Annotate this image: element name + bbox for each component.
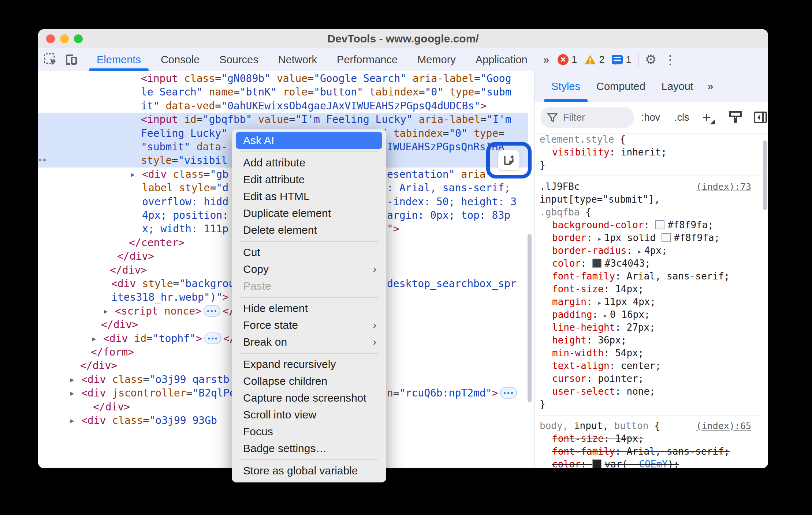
- css-selector-row[interactable]: }: [534, 159, 762, 172]
- menu-item-badge-settings[interactable]: Badge settings…: [236, 440, 382, 457]
- title-bar[interactable]: DevTools - www.google.com/: [38, 29, 768, 49]
- css-property-row[interactable]: visibility: inherit;: [534, 146, 762, 159]
- expand-shorthand-icon[interactable]: ▶: [638, 245, 641, 258]
- menu-item-hide-element[interactable]: Hide element: [236, 300, 382, 317]
- css-property-row[interactable]: background-color: #f8f9fa;: [534, 219, 762, 232]
- code-line[interactable]: it" data-ved="0ahUKEwixsOb4gaeJAxVIWUEAH…: [38, 99, 528, 113]
- more-tabs-icon[interactable]: »: [537, 53, 554, 66]
- disclosure-arrow-icon[interactable]: ▶: [70, 414, 74, 428]
- css-property-row[interactable]: font-family: Arial, sans-serif;: [534, 270, 762, 283]
- stylesheet-source-link[interactable]: (index):73: [696, 180, 751, 193]
- styles-vertical-scrollbar[interactable]: [763, 140, 767, 210]
- tab-network[interactable]: Network: [268, 48, 327, 71]
- tab-sources[interactable]: Sources: [209, 48, 268, 71]
- styles-filter[interactable]: [540, 107, 634, 128]
- css-property-row[interactable]: cursor: pointer;: [534, 372, 762, 385]
- css-property-row[interactable]: border-radius: ▶4px;: [534, 244, 762, 257]
- css-property-row[interactable]: padding: ▶0 16px;: [534, 308, 762, 321]
- css-selector-row[interactable]: element.style {: [534, 133, 762, 146]
- css-property-row[interactable]: margin: ▶11px 4px;: [534, 296, 762, 308]
- ai-assistance-adorner-ring[interactable]: [486, 142, 532, 178]
- ellipsis-expand-pill-icon[interactable]: [500, 387, 517, 399]
- menu-item-scroll-into-view[interactable]: Scroll into view: [236, 406, 382, 423]
- expand-shorthand-icon[interactable]: ▶: [598, 233, 601, 245]
- code-text: le Search" name="btnK" role="button" tab…: [141, 85, 511, 99]
- menu-item-capture-node-screenshot[interactable]: Capture node screenshot: [236, 390, 382, 406]
- ellipsis-expand-pill-icon[interactable]: [204, 332, 221, 344]
- menu-item-cut[interactable]: Cut: [236, 244, 382, 261]
- color-swatch[interactable]: [592, 259, 601, 268]
- tab-elements[interactable]: Elements: [87, 48, 151, 71]
- css-property-row[interactable]: font-size: 14px;: [534, 283, 762, 296]
- css-property-row[interactable]: line-height: 27px;: [534, 321, 762, 334]
- code-line[interactable]: <input id="gbqfbb" value="I'm Feeling Lu…: [38, 113, 528, 127]
- menu-item-collapse-children[interactable]: Collapse children: [236, 373, 382, 390]
- css-selector-row[interactable]: .lJ9FBc(index):73: [534, 180, 762, 193]
- css-property-row[interactable]: font-size: 14px;: [534, 432, 762, 445]
- css-selector-row[interactable]: .gbqfba {: [534, 206, 762, 219]
- menu-item-copy[interactable]: Copy›: [236, 261, 382, 278]
- color-swatch[interactable]: [655, 220, 664, 229]
- menu-item-delete-element[interactable]: Delete element: [236, 222, 382, 238]
- tab-console[interactable]: Console: [151, 48, 209, 71]
- error-badge[interactable]: ✕ 1: [558, 54, 577, 65]
- filter-input[interactable]: [562, 112, 619, 124]
- css-property-row[interactable]: height: 36px;: [534, 334, 762, 347]
- more-sidebar-tabs-icon[interactable]: »: [701, 80, 718, 93]
- disclosure-arrow-icon[interactable]: ▶: [70, 386, 74, 400]
- menu-item-expand-recursively[interactable]: Expand recursively: [236, 356, 382, 373]
- disclosure-arrow-icon[interactable]: ▶: [70, 373, 74, 387]
- more-options-kebab-icon[interactable]: ⋮: [659, 52, 682, 67]
- ai-assistance-icon[interactable]: [498, 150, 519, 170]
- tab-styles[interactable]: Styles: [543, 71, 588, 102]
- menu-item-add-attribute[interactable]: Add attribute: [236, 154, 382, 171]
- css-selector-row[interactable]: body, input, button {(index):65: [534, 420, 762, 432]
- disclosure-arrow-icon[interactable]: ▶: [131, 168, 135, 181]
- expand-shorthand-icon[interactable]: ▶: [604, 309, 607, 322]
- menu-item-break-on[interactable]: Break on›: [236, 334, 382, 350]
- issues-badge[interactable]: 1: [612, 54, 631, 65]
- disclosure-arrow-icon[interactable]: ▶: [92, 332, 96, 346]
- color-swatch[interactable]: [592, 459, 601, 468]
- css-property-row[interactable]: user-select: none;: [534, 385, 762, 398]
- expand-shorthand-icon[interactable]: ▶: [598, 297, 601, 309]
- css-selector-row[interactable]: input[type="submit"],: [534, 193, 762, 206]
- toggle-sidebar-icon[interactable]: [753, 110, 768, 125]
- stylesheet-source-link[interactable]: (index):65: [696, 420, 751, 432]
- css-property-row[interactable]: color: var(--COEmY);: [534, 458, 762, 468]
- menu-item-duplicate-element[interactable]: Duplicate element: [236, 205, 382, 222]
- css-property-row[interactable]: border: ▶1px solid #f8f9fa;: [534, 232, 762, 244]
- tab-layout[interactable]: Layout: [653, 71, 701, 102]
- toggle-element-state-button[interactable]: :hov: [641, 102, 660, 133]
- device-toolbar-icon[interactable]: [63, 52, 79, 68]
- settings-gear-icon[interactable]: ⚙: [642, 52, 659, 67]
- menu-item-edit-attribute[interactable]: Edit attribute: [236, 171, 382, 188]
- tab-performance[interactable]: Performance: [327, 48, 407, 71]
- new-style-rule-button[interactable]: +: [702, 102, 711, 133]
- css-selector-row[interactable]: }: [534, 398, 762, 411]
- tab-application[interactable]: Application: [466, 48, 537, 71]
- css-property-row[interactable]: min-width: 54px;: [534, 347, 762, 360]
- tab-computed[interactable]: Computed: [588, 71, 653, 102]
- code-token: border-radius: [552, 245, 627, 256]
- css-property-row[interactable]: text-align: center;: [534, 360, 762, 372]
- color-swatch[interactable]: [662, 233, 671, 242]
- warning-badge[interactable]: 2: [584, 54, 604, 65]
- ellipsis-expand-pill-icon[interactable]: [204, 305, 220, 317]
- code-line[interactable]: le Search" name="btnK" role="button" tab…: [38, 85, 528, 99]
- menu-item-focus[interactable]: Focus: [236, 423, 382, 440]
- disclosure-arrow-icon[interactable]: ▶: [104, 304, 108, 318]
- elements-vertical-scrollbar[interactable]: [528, 234, 532, 402]
- tab-memory[interactable]: Memory: [407, 48, 466, 71]
- menu-item-force-state[interactable]: Force state›: [236, 317, 382, 334]
- css-property-row[interactable]: color: #3c4043;: [534, 257, 762, 270]
- menu-item-ask-ai[interactable]: Ask AI: [236, 132, 382, 149]
- menu-item-store-as-global-variable[interactable]: Store as global variable: [236, 462, 382, 479]
- code-line[interactable]: <input class="gN089b" value="Google Sear…: [38, 72, 528, 86]
- css-property-row[interactable]: font-family: Arial, sans-serif;: [534, 445, 762, 458]
- inspect-element-icon[interactable]: [42, 52, 59, 68]
- menu-item-edit-as-html[interactable]: Edit as HTML: [236, 188, 382, 205]
- code-token: aria-label: [413, 72, 474, 84]
- rendering-brush-icon[interactable]: [728, 110, 743, 125]
- element-classes-button[interactable]: .cls: [674, 102, 689, 133]
